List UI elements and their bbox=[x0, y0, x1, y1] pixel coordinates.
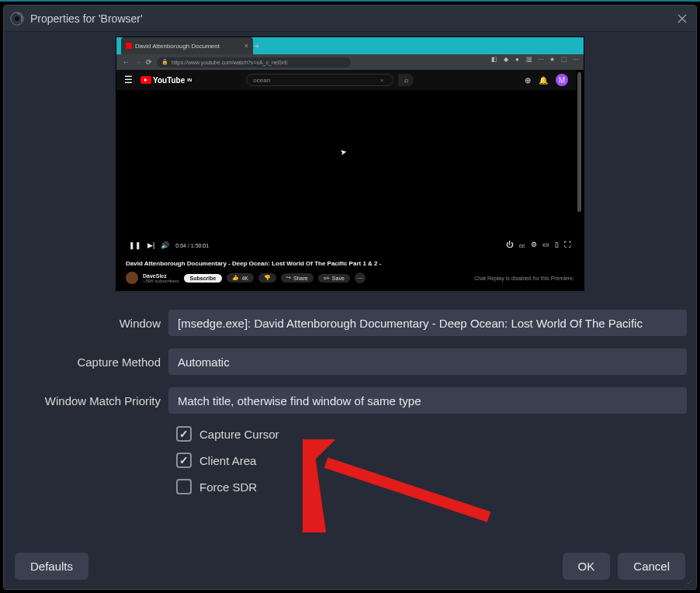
video-time: 0:04 / 1:50:01 bbox=[175, 243, 209, 248]
browser-tab: David Attenborough Document × bbox=[121, 37, 253, 54]
ext-icon: ⬚ bbox=[560, 56, 567, 63]
client-area-label: Client Area bbox=[199, 454, 256, 467]
fullscreen-icon: ⛶ bbox=[564, 241, 571, 251]
clear-search-icon: × bbox=[380, 77, 384, 84]
like-button: 👍4K bbox=[227, 273, 254, 283]
scrollbar bbox=[577, 72, 581, 212]
video-meta-row: DaveSlez ~59K subscribers Subscribe 👍4K … bbox=[126, 272, 574, 284]
titlebar: Properties for 'Browser' bbox=[4, 5, 696, 32]
capture-cursor-label: Capture Cursor bbox=[199, 428, 279, 441]
notifications-icon: 🔔 bbox=[539, 76, 548, 85]
checkbox-icon bbox=[176, 453, 192, 468]
share-button: ↪Share bbox=[281, 273, 314, 283]
ext-icon: ⋯ bbox=[572, 56, 579, 63]
youtube-favicon-icon bbox=[126, 43, 132, 49]
force-sdr-label: Force SDR bbox=[199, 480, 257, 494]
ext-icon: ★ bbox=[549, 56, 556, 63]
close-icon[interactable] bbox=[676, 12, 688, 25]
hamburger-icon: ☰ bbox=[124, 75, 133, 85]
window-label: Window bbox=[13, 317, 168, 330]
lock-icon: 🔒 bbox=[161, 59, 168, 65]
chat-disabled-note: Chat Replay is disabled for this Premier… bbox=[474, 276, 574, 281]
channel-avatar bbox=[126, 272, 138, 284]
pause-icon: ❚❚ bbox=[129, 241, 141, 249]
nav-forward-icon: → bbox=[134, 58, 141, 66]
nav-back-icon: ← bbox=[123, 58, 130, 66]
channel-subs: ~59K subscribers bbox=[143, 279, 179, 283]
volume-icon: 🔊 bbox=[161, 241, 169, 249]
ext-icon: ▥ bbox=[525, 56, 532, 63]
url-text: https://www.youtube.com/watch?v=xA_c_nel… bbox=[172, 60, 288, 65]
source-preview: David Attenborough Document × + ← → ⟳ 🔒 … bbox=[116, 36, 584, 291]
defaults-button[interactable]: Defaults bbox=[15, 553, 88, 580]
window-select[interactable]: [msedge.exe]: David Attenborough Documen… bbox=[168, 310, 687, 336]
browser-tab-label: David Attenborough Document bbox=[135, 43, 220, 50]
capture-method-select[interactable]: Automatic bbox=[168, 349, 687, 375]
dialog-title: Properties for 'Browser' bbox=[30, 12, 143, 25]
youtube-header: ☰ YouTube IN ocean × ⌕ ⊕ 🔔 M bbox=[116, 70, 576, 90]
obs-logo-icon bbox=[10, 12, 24, 26]
autoplay-toggle-icon: ⏻ bbox=[506, 241, 513, 251]
svg-point-1 bbox=[15, 16, 19, 21]
mouse-cursor-icon: ➤ bbox=[339, 147, 347, 156]
ext-icon: ● bbox=[514, 56, 521, 63]
client-area-checkbox[interactable]: Client Area bbox=[176, 453, 687, 468]
more-actions-icon: ⋯ bbox=[355, 272, 366, 283]
match-priority-select[interactable]: Match title, otherwise find window of sa… bbox=[168, 387, 687, 414]
checkbox-icon bbox=[176, 479, 192, 494]
youtube-search: ocean × bbox=[246, 74, 393, 86]
properties-dialog: Properties for 'Browser' David Attenboro… bbox=[3, 5, 697, 590]
properties-form: Window [msedge.exe]: David Attenborough … bbox=[13, 310, 687, 494]
channel-name: DaveSlez bbox=[143, 273, 179, 279]
theater-icon: ▯ bbox=[555, 241, 559, 251]
settings-gear-icon: ⚙ bbox=[531, 241, 537, 251]
create-icon: ⊕ bbox=[525, 76, 531, 85]
new-tab-icon: + bbox=[255, 41, 259, 50]
miniplayer-icon: ▭ bbox=[542, 241, 549, 251]
cancel-button[interactable]: Cancel bbox=[618, 553, 685, 580]
checkbox-icon bbox=[176, 426, 192, 442]
save-button-yt: ≡+Save bbox=[318, 274, 350, 283]
capture-method-label: Capture Method bbox=[13, 355, 168, 369]
dislike-button: 👎 bbox=[258, 273, 276, 283]
ext-icon: ◧ bbox=[490, 56, 497, 63]
tab-close-icon: × bbox=[244, 42, 248, 50]
subscribe-button: Subscribe bbox=[184, 274, 223, 283]
ok-button[interactable]: OK bbox=[563, 553, 611, 580]
ext-icon: ⋯ bbox=[537, 56, 544, 63]
video-player bbox=[126, 90, 574, 236]
match-priority-label: Window Match Priority bbox=[13, 394, 168, 407]
player-controls: ❚❚ ▶| 🔊 0:04 / 1:50:01 ⏻ ㏄ ⚙ ▭ ▯ ⛶ bbox=[126, 238, 574, 253]
cc-icon: ㏄ bbox=[518, 241, 525, 251]
dialog-footer: Defaults OK Cancel bbox=[4, 543, 696, 589]
nav-refresh-icon: ⟳ bbox=[146, 58, 152, 66]
user-avatar: M bbox=[556, 74, 568, 86]
ext-icon: ◆ bbox=[502, 56, 509, 63]
video-title: David Attenborough Documentary - Deep Oc… bbox=[126, 260, 574, 267]
youtube-logo: YouTube IN bbox=[140, 76, 192, 85]
window-accent-bar bbox=[0, 0, 700, 2]
force-sdr-checkbox[interactable]: Force SDR bbox=[176, 479, 687, 494]
search-icon: ⌕ bbox=[398, 74, 414, 86]
next-icon: ▶| bbox=[147, 241, 154, 249]
capture-cursor-checkbox[interactable]: Capture Cursor bbox=[176, 426, 687, 442]
